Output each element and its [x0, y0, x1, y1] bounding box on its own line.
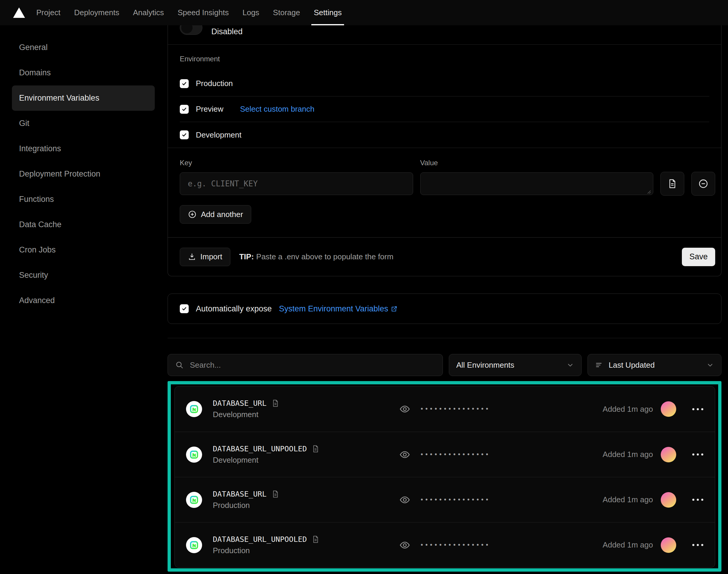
- tip-text: TIP:Paste a .env above to populate the f…: [239, 252, 393, 261]
- value-label: Value: [420, 159, 654, 167]
- sidebar-item-functions[interactable]: Functions: [12, 187, 155, 212]
- sort-select[interactable]: Last Updated: [588, 354, 722, 376]
- neon-integration-avatar: [186, 537, 202, 553]
- var-name: DATABASE_URL_UNPOOLED: [213, 535, 307, 544]
- development-checkbox[interactable]: [180, 130, 189, 139]
- sidebar-item-general[interactable]: General: [12, 35, 155, 60]
- paste-env-file-button[interactable]: [660, 172, 684, 196]
- value-input[interactable]: [420, 172, 654, 195]
- var-name: DATABASE_URL: [213, 490, 267, 498]
- sidebar-item-security[interactable]: Security: [12, 262, 155, 288]
- nav-tab-settings[interactable]: Settings: [314, 0, 342, 25]
- preview-checkbox[interactable]: [180, 105, 189, 114]
- sidebar-item-environment-variables[interactable]: Environment Variables: [12, 85, 155, 111]
- content-divider: [168, 338, 722, 338]
- masked-value: •••••••••••••••: [420, 541, 490, 549]
- sidebar-item-advanced[interactable]: Advanced: [12, 288, 155, 313]
- top-nav: Project Deployments Analytics Speed Insi…: [0, 0, 728, 25]
- row-actions-menu[interactable]: [690, 452, 705, 457]
- add-another-button[interactable]: Add another: [180, 205, 251, 223]
- neon-logo-icon: [189, 495, 199, 505]
- env-var-list: DATABASE_URL Development •••••••••••••••: [174, 386, 715, 568]
- user-avatar: [661, 401, 676, 417]
- key-value-section: Key Value: [168, 148, 721, 237]
- row-actions-menu[interactable]: [690, 497, 705, 502]
- var-info: DATABASE_URL Development: [213, 399, 399, 419]
- reveal-value-eye-icon[interactable]: [399, 403, 411, 415]
- import-download-icon: [188, 253, 196, 261]
- environment-label: Environment: [180, 55, 709, 63]
- minus-circle-icon: [698, 178, 709, 189]
- search-input[interactable]: [190, 361, 435, 370]
- system-env-vars-link[interactable]: System Environment Variables: [279, 304, 398, 314]
- row-meta: Added 1m ago: [603, 492, 705, 507]
- chevron-down-icon: [706, 361, 714, 369]
- sidebar-item-integrations[interactable]: Integrations: [12, 136, 155, 161]
- var-environment: Development: [213, 410, 399, 419]
- var-environment: Production: [213, 546, 399, 555]
- resize-grip-icon[interactable]: [646, 189, 651, 194]
- neon-logo-icon: [189, 404, 199, 414]
- masked-value: •••••••••••••••: [420, 451, 490, 458]
- production-checkbox[interactable]: [180, 79, 189, 88]
- note-icon: [271, 399, 280, 407]
- env-var-row: DATABASE_URL_UNPOOLED Development ••••••…: [175, 432, 715, 477]
- sort-lines-icon: [595, 361, 603, 369]
- nav-tab-speed-insights[interactable]: Speed Insights: [178, 0, 229, 25]
- nav-tab-storage[interactable]: Storage: [273, 0, 300, 25]
- search-box: [168, 354, 443, 376]
- nav-tab-project[interactable]: Project: [36, 0, 60, 25]
- row-meta: Added 1m ago: [603, 537, 705, 553]
- toggle-label: Disabled: [211, 27, 243, 36]
- nav-tab-logs[interactable]: Logs: [243, 0, 259, 25]
- chevron-down-icon: [566, 361, 574, 369]
- development-label: Development: [196, 130, 241, 139]
- nav-tab-analytics[interactable]: Analytics: [133, 0, 164, 25]
- environment-filter-select[interactable]: All Environments: [449, 354, 582, 376]
- sensitive-toggle-row: Disabled: [168, 25, 721, 44]
- sidebar-item-cron-jobs[interactable]: Cron Jobs: [12, 237, 155, 262]
- tip-bold: TIP:: [239, 252, 254, 261]
- key-input[interactable]: [180, 172, 413, 195]
- sidebar-item-data-cache[interactable]: Data Cache: [12, 212, 155, 237]
- environment-filter-value: All Environments: [456, 361, 561, 370]
- masked-value: •••••••••••••••: [420, 496, 490, 503]
- form-footer: Import TIP:Paste a .env above to populat…: [168, 237, 721, 276]
- env-var-row: DATABASE_URL Production •••••••••••••••: [175, 477, 715, 522]
- sidebar-item-deployment-protection[interactable]: Deployment Protection: [12, 161, 155, 187]
- select-custom-branch-link[interactable]: Select custom branch: [240, 105, 314, 114]
- disabled-toggle[interactable]: [180, 25, 202, 35]
- row-actions-menu[interactable]: [690, 406, 705, 412]
- reveal-value-eye-icon[interactable]: [399, 449, 411, 460]
- sidebar-item-git[interactable]: Git: [12, 111, 155, 136]
- plus-circle-icon: [188, 210, 197, 219]
- auto-expose-checkbox[interactable]: [180, 304, 189, 313]
- note-icon: [271, 490, 280, 498]
- system-env-panel: Automatically expose System Environment …: [168, 293, 722, 324]
- row-meta: Added 1m ago: [603, 401, 705, 417]
- settings-sidebar: General Domains Environment Variables Gi…: [0, 25, 168, 313]
- checkmark-icon: [181, 132, 187, 137]
- checkmark-icon: [181, 81, 187, 86]
- remove-row-button[interactable]: [691, 172, 715, 196]
- environment-row-preview: Preview Select custom branch: [180, 96, 709, 122]
- var-name: DATABASE_URL: [213, 399, 267, 408]
- sidebar-item-domains[interactable]: Domains: [12, 60, 155, 85]
- reveal-value-eye-icon[interactable]: [399, 539, 411, 551]
- checkmark-icon: [181, 107, 187, 112]
- external-link-icon: [390, 305, 398, 313]
- row-actions-menu[interactable]: [690, 542, 705, 548]
- annotation-highlight-box: DATABASE_URL Development •••••••••••••••: [168, 381, 722, 572]
- var-info: DATABASE_URL_UNPOOLED Development: [213, 445, 399, 465]
- var-name: DATABASE_URL_UNPOOLED: [213, 445, 307, 453]
- save-button[interactable]: Save: [682, 248, 715, 266]
- reveal-value-eye-icon[interactable]: [399, 494, 411, 505]
- masked-value: •••••••••••••••: [420, 406, 490, 413]
- added-timestamp: Added 1m ago: [603, 495, 653, 504]
- add-another-label: Add another: [201, 210, 243, 219]
- env-var-row: DATABASE_URL_UNPOOLED Production •••••••…: [175, 522, 715, 568]
- import-button[interactable]: Import: [180, 248, 230, 266]
- vercel-project-settings-page: Project Deployments Analytics Speed Insi…: [0, 0, 728, 574]
- vercel-logo[interactable]: [13, 7, 25, 19]
- nav-tab-deployments[interactable]: Deployments: [74, 0, 119, 25]
